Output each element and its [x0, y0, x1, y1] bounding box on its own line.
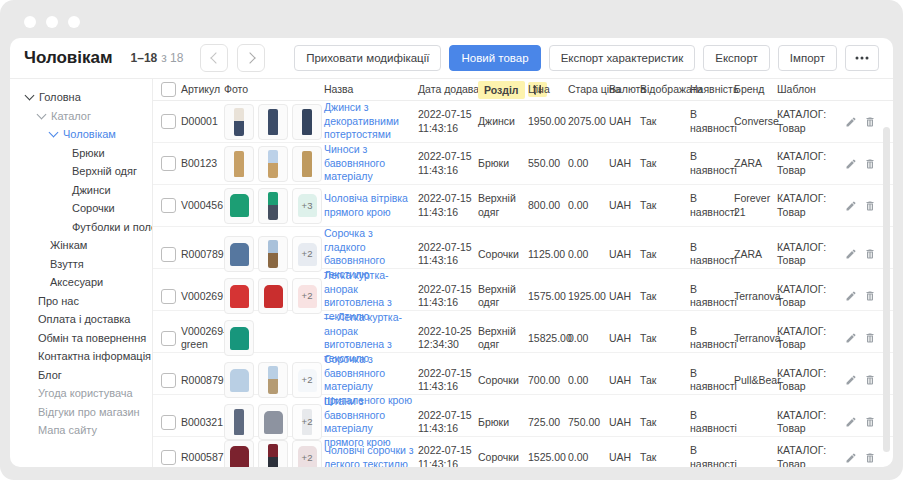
product-photo[interactable] — [258, 104, 288, 140]
product-name-link[interactable]: Джинси з декоративними потертостями — [324, 101, 414, 142]
product-name-link[interactable]: Штани з бавовняного матеріалу прямого кр… — [324, 395, 414, 450]
sidebar-item[interactable]: Взуття — [10, 255, 152, 274]
row-checkbox[interactable] — [161, 415, 176, 430]
sidebar-item[interactable]: Сорочки — [10, 199, 152, 218]
prev-page-button[interactable] — [200, 44, 228, 72]
product-photo[interactable]: +2 — [292, 236, 322, 272]
trash-icon[interactable] — [864, 332, 876, 344]
pencil-icon[interactable] — [845, 116, 857, 128]
import-button[interactable]: Імпорт — [778, 45, 837, 71]
pencil-icon[interactable] — [845, 200, 857, 212]
hide-modifications-button[interactable]: Приховати модифікації — [294, 45, 441, 71]
new-product-button[interactable]: Новий товар — [449, 45, 540, 71]
product-photo[interactable] — [258, 440, 288, 468]
sidebar-item[interactable]: Верхній одяг — [10, 162, 152, 181]
product-photo[interactable] — [224, 146, 254, 182]
product-photo[interactable] — [224, 236, 254, 272]
product-photo[interactable] — [258, 404, 288, 440]
export-button[interactable]: Експорт — [703, 45, 770, 71]
trash-icon[interactable] — [864, 416, 876, 428]
product-photo[interactable] — [292, 146, 322, 182]
sidebar-item[interactable]: Блог — [10, 366, 152, 385]
row-checkbox[interactable] — [161, 373, 176, 388]
product-photo[interactable]: +2 — [292, 362, 322, 398]
trash-icon[interactable] — [864, 248, 876, 260]
sidebar-item[interactable]: Контактна інформація — [10, 347, 152, 366]
product-photo[interactable] — [258, 278, 288, 314]
sidebar-item[interactable]: Обмін та повернення — [10, 329, 152, 348]
row-checkbox[interactable] — [161, 331, 176, 346]
column-header-photo[interactable]: Фото — [224, 83, 324, 96]
product-photo[interactable] — [224, 278, 254, 314]
product-photo[interactable] — [224, 440, 254, 468]
trash-icon[interactable] — [864, 374, 876, 386]
sidebar-item[interactable]: Угода користувача — [10, 384, 152, 403]
column-header-availability[interactable]: Наявність — [690, 83, 734, 96]
row-checkbox[interactable] — [161, 198, 176, 213]
product-photo[interactable] — [258, 236, 288, 272]
window-dot-icon[interactable] — [24, 16, 36, 28]
product-name-link[interactable]: Чоловічі сорочки з легкого текстилю — [324, 444, 414, 467]
sidebar-item[interactable]: Каталог — [10, 107, 152, 126]
column-header-template[interactable]: Шаблон — [777, 83, 845, 96]
pencil-icon[interactable] — [845, 248, 857, 260]
window-dot-icon[interactable] — [46, 16, 58, 28]
pencil-icon[interactable] — [845, 452, 857, 464]
trash-icon[interactable] — [864, 158, 876, 170]
product-photo[interactable]: +2 — [292, 440, 322, 468]
product-photo[interactable]: +2 — [292, 278, 322, 314]
pencil-icon[interactable] — [845, 416, 857, 428]
sidebar-item[interactable]: Джинси — [10, 181, 152, 200]
product-name-link[interactable]: Чиноси з бавовняного матеріалу — [324, 143, 414, 184]
sidebar-item[interactable]: Головна — [10, 88, 152, 107]
pencil-icon[interactable] — [845, 332, 857, 344]
pencil-icon[interactable] — [845, 290, 857, 302]
sidebar-item[interactable]: Чоловікам — [10, 125, 152, 144]
product-photo[interactable] — [224, 188, 254, 224]
product-photo[interactable] — [224, 404, 254, 440]
vertical-scrollbar[interactable] — [883, 127, 890, 452]
trash-icon[interactable] — [864, 290, 876, 302]
sidebar-item[interactable]: Жінкам — [10, 236, 152, 255]
column-header-brand[interactable]: Бренд — [734, 83, 777, 96]
sidebar-item[interactable]: Оплата і доставка — [10, 310, 152, 329]
sidebar-item[interactable]: Мапа сайту — [10, 421, 152, 440]
product-name-link[interactable]: Чоловіча вітрівка прямого крою — [324, 192, 414, 219]
product-photo[interactable] — [224, 362, 254, 398]
export-characteristics-button[interactable]: Експорт характеристик — [549, 45, 696, 71]
product-photo[interactable] — [258, 362, 288, 398]
trash-icon[interactable] — [864, 452, 876, 464]
sidebar-item[interactable]: Аксесуари — [10, 273, 152, 292]
column-header-old-price[interactable]: Стара ціна — [568, 83, 609, 96]
sidebar-item[interactable]: Про нас — [10, 292, 152, 311]
row-checkbox[interactable] — [161, 289, 176, 304]
select-all-checkbox[interactable] — [161, 82, 176, 97]
sidebar-item[interactable]: Футболки и поло — [10, 218, 152, 237]
product-photo[interactable] — [258, 146, 288, 182]
row-checkbox[interactable] — [161, 156, 176, 171]
sorted-column-label[interactable]: Розділ — [478, 81, 525, 99]
product-photo[interactable]: +2 — [292, 404, 322, 440]
more-actions-button[interactable] — [845, 45, 879, 71]
column-header-section[interactable]: Розділ — [478, 82, 528, 97]
trash-icon[interactable] — [864, 116, 876, 128]
product-photo[interactable] — [258, 188, 288, 224]
window-dot-icon[interactable] — [68, 16, 80, 28]
product-photo[interactable] — [292, 104, 322, 140]
pencil-icon[interactable] — [845, 374, 857, 386]
trash-icon[interactable] — [864, 200, 876, 212]
next-page-button[interactable] — [237, 44, 265, 72]
product-photo[interactable]: +3 — [292, 188, 322, 224]
column-header-display[interactable]: Відображати — [640, 83, 690, 96]
sidebar-item[interactable]: Брюки — [10, 144, 152, 163]
column-header-name[interactable]: Назва — [324, 83, 418, 96]
row-checkbox[interactable] — [161, 114, 176, 129]
column-header-date-added[interactable]: Дата додавання — [418, 83, 478, 96]
column-header-price[interactable]: Ціна — [528, 83, 568, 96]
column-header-sku[interactable]: Артикул — [181, 83, 224, 96]
column-header-currency[interactable]: Валюта — [609, 83, 640, 96]
product-photo[interactable] — [224, 104, 254, 140]
row-checkbox[interactable] — [161, 247, 176, 262]
sidebar-item[interactable]: Відгуки про магазин — [10, 403, 152, 422]
pencil-icon[interactable] — [845, 158, 857, 170]
